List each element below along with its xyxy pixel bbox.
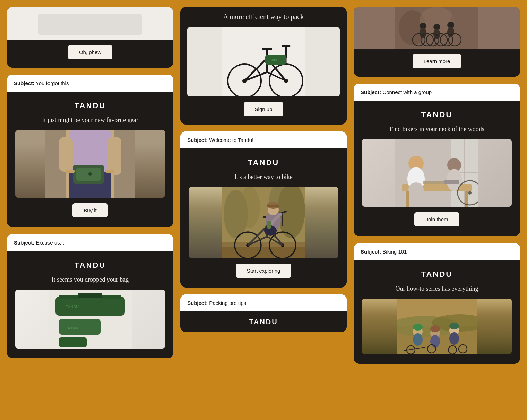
card-learn-more: Learn more [354,7,520,77]
svg-point-109 [449,323,459,329]
tandu-logo-biking: Tandu [421,270,452,279]
svg-point-102 [413,333,423,346]
svg-rect-33 [262,48,272,50]
svg-rect-86 [406,191,409,207]
column-1: Oh, phew Subject: You forgot this Tandu … [7,7,173,364]
subject-text-packing: Packing pro tips [208,300,246,306]
card-subject-biking: Subject: Biking 101 [354,243,520,260]
card-biking-101: Subject: Biking 101 Tandu Our how-to ser… [354,243,520,364]
image-meeting [362,139,512,207]
tandu-logo-welcome: Tandu [248,158,279,167]
card-body-welcome: Tandu It's a better way to bike [180,148,347,288]
card-packing-pro-tips: Subject: Packing pro tips Tandu [180,294,347,332]
learn-more-button[interactable]: Learn more [413,54,461,68]
tandu-logo-connect: Tandu [421,110,452,119]
card-excuse-us: Subject: Excuse us... Tandu It seems you… [7,234,173,358]
subject-bold-connect: Subject: [361,89,381,95]
svg-text:TANDU: TANDU [68,326,78,329]
subject-text-forgot: You forgot this [34,80,69,86]
svg-rect-96 [423,181,444,184]
svg-rect-19 [59,337,87,347]
tagline-welcome: It's a better way to bike [234,173,293,181]
card-body-excuse: Tandu It seems you dropped your bag TAND… [7,251,173,358]
column-2: A more efficient way to pack [180,7,347,364]
card-efficient-pack: A more efficient way to pack [180,7,347,125]
svg-rect-15 [78,293,102,298]
image-cycling-group [362,299,512,354]
card-body-biking: Tandu Our how-to series has everything [354,260,520,364]
svg-rect-14 [101,295,121,299]
tagline-excuse: It seems you dropped your bag [52,275,129,284]
tandu-logo-packing: Tandu [249,318,278,326]
svg-rect-4 [107,137,121,175]
svg-rect-13 [59,295,80,299]
svg-point-70 [420,28,426,38]
subject-text-excuse: Excuse us... [34,240,64,246]
svg-rect-3 [59,137,73,172]
svg-point-103 [413,324,423,331]
card-body-connect: Tandu Find bikers in your neck of the wo… [354,101,520,236]
svg-point-39 [239,187,260,228]
image-cyclist-trail [189,187,338,258]
card-you-forgot-this: Subject: You forgot this Tandu It just m… [7,75,173,227]
tagline-efficient: A more efficient way to pack [189,10,338,22]
svg-rect-63 [267,205,279,207]
subject-bold-forgot: Subject: [14,80,34,86]
svg-rect-17 [59,319,101,335]
card-welcome-tandu: Subject: Welcome to Tandu! Tandu It's a … [180,131,347,288]
svg-point-90 [408,182,424,196]
email-grid: Oh, phew Subject: You forgot this Tandu … [7,7,520,364]
svg-rect-10 [106,170,114,173]
oh-phew-button[interactable]: Oh, phew [68,45,112,59]
svg-text:TANDU: TANDU [268,58,278,62]
card-oh-phew: Oh, phew [7,7,173,68]
svg-point-105 [430,335,440,348]
subject-bold-biking: Subject: [361,249,381,255]
buy-it-button[interactable]: Buy it [72,203,108,217]
subject-bold-excuse: Subject: [14,240,34,246]
svg-rect-43 [222,247,305,258]
subject-bold-packing: Subject: [187,300,208,306]
subject-bold-welcome: Subject: [187,137,208,143]
card-subject-excuse: Subject: Excuse us... [7,234,173,251]
svg-point-95 [468,191,472,195]
svg-rect-9 [66,170,75,173]
svg-text:TANDU: TANDU [66,305,79,309]
svg-rect-64 [267,221,271,229]
subject-text-connect: Connect with a group [381,89,432,95]
subject-text-welcome: Welcome to Tandu! [208,137,253,143]
tagline-forgot: It just might be your new favorite gear [42,116,138,125]
tagline-connect: Find bikers in your neck of the woods [389,125,484,134]
svg-point-108 [449,332,459,345]
image-bags: TANDU TANDU [15,290,165,349]
subject-text-biking: Biking 101 [381,249,407,255]
card-subject-forgot: Subject: You forgot this [7,75,173,92]
sign-up-button[interactable]: Sign up [244,102,284,116]
column-3: Learn more Subject: Connect with a group… [354,7,520,364]
tandu-logo-forgot: Tandu [75,101,106,110]
start-exploring-button[interactable]: Start exploring [236,264,292,278]
svg-point-8 [88,172,92,176]
card-subject-connect: Subject: Connect with a group [354,84,520,101]
image-fanny-pack [15,130,165,198]
svg-point-106 [430,325,440,332]
tandu-logo-excuse: Tandu [75,261,106,270]
tagline-biking: Our how-to series has everything [396,284,478,293]
card-subject-packing: Subject: Packing pro tips [180,294,347,311]
svg-rect-93 [444,180,459,184]
join-them-button[interactable]: Join them [414,212,459,226]
card-connect-group: Subject: Connect with a group Tandu Find… [354,84,520,236]
card-subject-welcome: Subject: Welcome to Tandu! [180,131,347,148]
card-body-forgot: Tandu It just might be your new favorite… [7,92,173,227]
